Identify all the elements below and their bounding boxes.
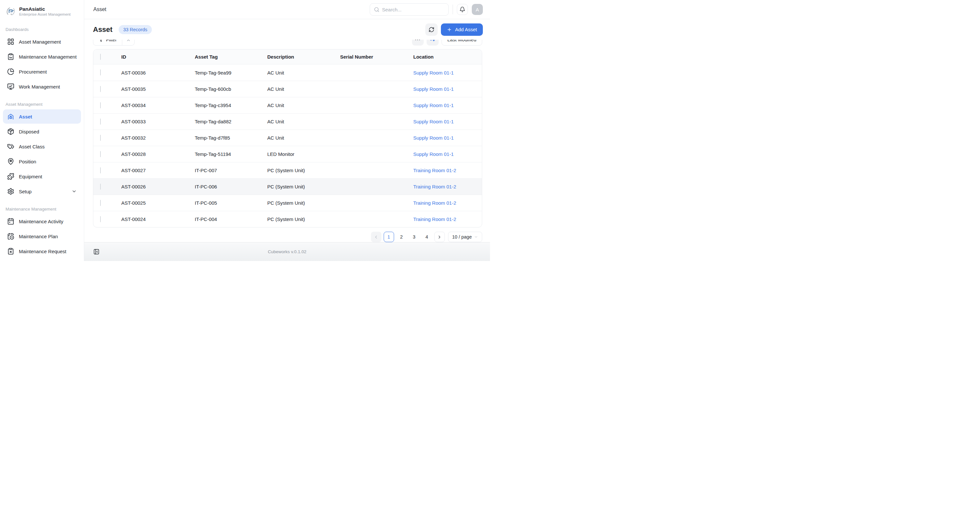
location-link[interactable]: Supply Room 01-1 [413,86,453,92]
search-box[interactable] [370,3,449,16]
row-checkbox-cell [93,200,113,206]
sidebar-item-label: Equipment [19,174,42,179]
cell-id: AST-00033 [113,119,187,125]
cell-description: PC (System Unit) [259,168,332,173]
collapse-sidebar-button[interactable] [93,248,100,255]
cell-asset-tag: Temp-Tag-9ea99 [187,70,259,75]
cell-asset-tag: IT-PC-007 [187,168,259,173]
puzzle-icon [7,173,14,180]
row-checkbox[interactable] [100,86,101,92]
sidebar-item-asset-management[interactable]: Asset Management [3,35,81,49]
row-checkbox[interactable] [100,118,101,125]
location-link[interactable]: Supply Room 01-1 [413,70,453,75]
row-checkbox-cell [93,135,113,141]
table-row[interactable]: AST-00028 Temp-Tag-51194 LED Monitor Sup… [93,146,482,162]
sidebar-item-maintenance-activity[interactable]: Maintenance Activity [3,214,81,228]
calendar-clock-icon [7,233,14,240]
avatar[interactable]: A [472,4,483,15]
cell-asset-tag: IT-PC-004 [187,216,259,222]
cell-id: AST-00028 [113,151,187,157]
table-row[interactable]: AST-00036 Temp-Tag-9ea99 AC Unit Supply … [93,64,482,81]
sort-by-button[interactable]: Last Modified [442,40,482,46]
table-row[interactable]: AST-00026 IT-PC-006 PC (System Unit) Tra… [93,178,482,195]
panel-left-close-icon [93,249,100,255]
table-row[interactable]: AST-00035 Temp-Tag-600cb AC Unit Supply … [93,81,482,97]
cell-asset-tag: Temp-Tag-600cb [187,86,259,92]
row-checkbox-cell [93,151,113,157]
sidebar-item-label: Position [19,159,36,164]
sidebar-item-maintenance-request[interactable]: Maintenance Request [3,244,81,259]
pagination: 1 2 3 4 10 / page [93,232,482,242]
location-link[interactable]: Training Room 01-2 [413,216,456,222]
sidebar-item-asset-class[interactable]: Asset Class [3,139,81,153]
pie-chart-icon [7,68,14,75]
cell-description: AC Unit [259,135,332,140]
row-checkbox[interactable] [100,216,101,222]
sidebar-section-items: Maintenance Activity Maintenance Plan Ma… [0,214,84,259]
brand-logo-icon [5,6,16,17]
sidebar-item-asset[interactable]: Asset [3,109,81,124]
row-checkbox[interactable] [100,69,101,75]
row-checkbox[interactable] [100,167,101,174]
sidebar-section-label: Asset Management [0,101,84,107]
row-checkbox[interactable] [100,200,101,206]
table-row[interactable]: AST-00025 IT-PC-005 PC (System Unit) Tra… [93,195,482,211]
chevron-right-icon [437,235,442,239]
page-button-2[interactable]: 2 [396,232,407,242]
page-size-select[interactable]: 10 / page [448,232,482,242]
filter-button[interactable]: Filter [93,40,122,46]
row-checkbox[interactable] [100,135,101,141]
sidebar-item-maintenance-plan[interactable]: Maintenance Plan [3,229,81,243]
sidebar-item-setup[interactable]: Setup [3,184,81,198]
row-checkbox[interactable] [100,102,101,109]
next-page-button[interactable] [434,232,445,242]
add-asset-button[interactable]: Add Asset [441,24,483,36]
sidebar-item-position[interactable]: Position [3,154,81,169]
cell-id: AST-00024 [113,216,187,222]
location-link[interactable]: Supply Room 01-1 [413,151,453,157]
refresh-button[interactable] [425,24,438,36]
clear-filter-button[interactable] [122,40,135,46]
location-link[interactable]: Training Room 01-2 [413,200,456,206]
location-link[interactable]: Training Room 01-2 [413,184,456,189]
row-checkbox[interactable] [100,151,101,157]
sidebar-item-label: Maintenance Activity [19,219,64,224]
table-body: AST-00036 Temp-Tag-9ea99 AC Unit Supply … [93,64,482,227]
cell-asset-tag: Temp-Tag-d7f85 [187,135,259,140]
table-row[interactable]: AST-00027 IT-PC-007 PC (System Unit) Tra… [93,162,482,178]
column-header-description: Description [259,54,332,59]
table-row[interactable]: AST-00034 Temp-Tag-c3954 AC Unit Supply … [93,97,482,113]
column-header-location: Location [406,54,482,59]
row-checkbox[interactable] [100,184,101,190]
cell-id: AST-00035 [113,86,187,92]
page-button-3[interactable]: 3 [409,232,420,242]
refresh-icon [428,27,434,32]
location-link[interactable]: Training Room 01-2 [413,168,456,173]
select-all-checkbox[interactable] [100,54,101,60]
more-options-button[interactable]: ⋯ [412,40,424,46]
sort-direction-button[interactable] [426,40,439,46]
table-row[interactable]: AST-00024 IT-PC-004 PC (System Unit) Tra… [93,211,482,227]
table-row[interactable]: AST-00033 Temp-Tag-da882 AC Unit Supply … [93,113,482,129]
location-link[interactable]: Supply Room 01-1 [413,102,453,108]
page-buttons: 1 2 3 4 [384,232,432,242]
topbar-right: A [370,3,483,16]
sidebar-nav: Dashboards Asset Management Maintenance … [0,26,84,261]
sidebar-item-maintenance-management[interactable]: Maintenance Management [3,49,81,64]
row-checkbox-cell [93,216,113,222]
notifications-button[interactable] [457,4,468,15]
page-button-1[interactable]: 1 [384,232,394,242]
location-link[interactable]: Supply Room 01-1 [413,135,453,140]
sidebar-item-equipment[interactable]: Equipment [3,169,81,184]
page-button-4[interactable]: 4 [422,232,432,242]
location-link[interactable]: Supply Room 01-1 [413,119,453,125]
table-row[interactable]: AST-00032 Temp-Tag-d7f85 AC Unit Supply … [93,129,482,146]
sort-by-label: Last Modified [447,40,476,42]
sidebar-item-work-management[interactable]: Work Management [3,80,81,94]
sidebar-item-procurement[interactable]: Procurement [3,64,81,79]
search-input[interactable] [382,7,444,12]
previous-page-button[interactable] [371,232,382,242]
sidebar-item-disposed[interactable]: Disposed [3,125,81,139]
funnel-icon [99,40,103,42]
cell-description: PC (System Unit) [259,184,332,189]
